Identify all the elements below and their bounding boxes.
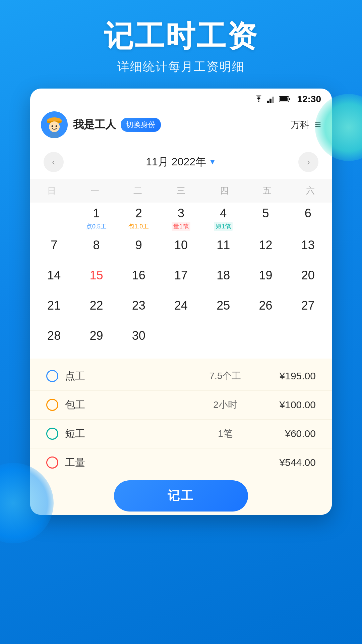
calendar-day-cell[interactable]: 19	[244, 265, 287, 295]
weekday-thu: 四	[202, 182, 246, 199]
calendar-day-cell[interactable]: 16	[118, 265, 160, 295]
calendar-day-number: 25	[217, 298, 230, 313]
calendar-day-cell: 0	[160, 325, 202, 355]
calendar-day-number: 24	[174, 298, 188, 313]
summary-price: ¥100.00	[262, 399, 316, 411]
calendar-day-cell[interactable]: 7	[33, 234, 75, 265]
calendar-day-number: 12	[259, 238, 273, 252]
calendar-day-cell[interactable]: 14	[33, 265, 75, 295]
calendar-day-number: 29	[89, 328, 103, 343]
weekday-fri: 五	[246, 182, 289, 199]
status-time: 12:30	[297, 94, 321, 105]
weekday-tue: 二	[116, 182, 160, 199]
calendar-day-number: 0	[305, 328, 311, 343]
summary-circle-icon	[46, 370, 58, 382]
calendar-day-cell[interactable]: 30	[118, 325, 160, 355]
calendar-day-number: 22	[89, 298, 103, 313]
calendar-day-cell[interactable]: 29	[75, 325, 117, 355]
summary-amount: 1笔	[188, 427, 262, 440]
calendar-day-number: 18	[217, 268, 230, 282]
username-label: 我是工人	[73, 117, 116, 132]
card-wrapper: 12:30	[0, 89, 362, 515]
summary-type-label: 工量	[65, 456, 262, 470]
hero-section: 记工时工资 详细统计每月工资明细	[0, 0, 362, 89]
calendar-day-cell[interactable]: 11	[202, 234, 244, 265]
calendar-day-cell[interactable]: 10	[160, 234, 202, 265]
calendar-day-cell[interactable]: 28	[33, 325, 75, 355]
prev-month-button[interactable]: ‹	[44, 152, 64, 172]
calendar-day-number: 1	[93, 206, 100, 220]
calendar-day-cell[interactable]: 27	[287, 295, 329, 325]
svg-rect-5	[289, 98, 290, 100]
record-button-row: 记工	[30, 480, 332, 515]
svg-rect-2	[272, 97, 274, 103]
hero-subtitle: 详细统计每月工资明细	[0, 59, 362, 75]
calendar-day-cell[interactable]: 24	[160, 295, 202, 325]
summary-price: ¥60.00	[262, 428, 316, 439]
calendar-day-number: 5	[262, 206, 269, 220]
calendar-day-cell[interactable]: 22	[75, 295, 117, 325]
calendar-day-cell[interactable]: 2包1.0工	[118, 203, 160, 234]
summary-total-price: ¥544.00	[262, 457, 316, 468]
calendar-day-number: 16	[132, 268, 145, 282]
status-bar: 12:30	[30, 89, 332, 107]
calendar-day-cell[interactable]: 3量1笔	[160, 203, 202, 234]
summary-type-label: 包工	[65, 398, 188, 412]
calendar-day-cell[interactable]: 4短1笔	[202, 203, 244, 234]
summary-row-last: 工量¥544.00	[30, 448, 332, 477]
record-work-button[interactable]: 记工	[114, 480, 248, 512]
next-arrow-icon: ›	[307, 157, 310, 167]
summary-amount: 2小时	[188, 398, 262, 411]
calendar-day-cell[interactable]: 15	[75, 265, 117, 295]
header-user-info: 我是工人 切换身份	[73, 117, 291, 132]
calendar-day-cell[interactable]: 6	[287, 203, 329, 234]
calendar-day-number: 11	[217, 238, 230, 252]
calendar-day-cell[interactable]: 25	[202, 295, 244, 325]
weekday-mon: 一	[73, 182, 117, 199]
calendar-day-number: 10	[174, 238, 188, 252]
calendar-grid: 01点0.5工2包1.0工3量1笔4短1笔5678910111213141516…	[30, 203, 332, 355]
summary-circle-icon	[46, 457, 58, 469]
calendar-day-number: 15	[89, 268, 103, 282]
svg-rect-0	[267, 101, 269, 103]
summary-circle-icon	[46, 399, 58, 411]
summary-amount: 7.5个工	[188, 370, 262, 382]
calendar-day-number: 4	[220, 206, 227, 220]
signal-icon	[267, 95, 276, 103]
calendar-day-cell[interactable]: 17	[160, 265, 202, 295]
calendar-day-cell[interactable]: 23	[118, 295, 160, 325]
app-header: 我是工人 切换身份 万科 ≡	[30, 107, 332, 145]
calendar-day-tag: 短1笔	[214, 222, 233, 231]
switch-identity-badge[interactable]: 切换身份	[121, 118, 161, 132]
calendar-day-number: 14	[47, 268, 61, 282]
calendar-day-cell[interactable]: 1点0.5工	[75, 203, 117, 234]
calendar-day-cell[interactable]: 9	[118, 234, 160, 265]
next-month-button[interactable]: ›	[298, 152, 318, 172]
calendar-day-cell[interactable]: 13	[287, 234, 329, 265]
calendar-day-cell[interactable]: 8	[75, 234, 117, 265]
calendar-day-number: 21	[47, 298, 61, 313]
calendar-nav: ‹ 11月 2022年 ▼ ›	[30, 145, 332, 179]
calendar-day-number: 13	[301, 238, 315, 252]
calendar-day-number: 27	[301, 298, 315, 313]
calendar-day-number: 6	[305, 206, 311, 220]
user-avatar	[41, 111, 68, 138]
calendar-day-cell: 0	[287, 325, 329, 355]
summary-row: 包工2小时¥100.00	[30, 391, 332, 420]
calendar-day-number: 23	[132, 298, 145, 313]
calendar-day-number: 28	[47, 328, 61, 343]
hero-title: 记工时工资	[0, 20, 362, 53]
calendar-day-cell: 0	[33, 203, 75, 234]
calendar-day-cell[interactable]: 20	[287, 265, 329, 295]
calendar-day-number: 0	[262, 328, 269, 343]
calendar-day-cell[interactable]: 21	[33, 295, 75, 325]
battery-icon	[279, 95, 291, 103]
calendar-day-cell[interactable]: 18	[202, 265, 244, 295]
calendar-dropdown-icon: ▼	[209, 158, 216, 166]
calendar-day-cell[interactable]: 5	[244, 203, 287, 234]
status-icons	[253, 95, 291, 103]
month-year-display[interactable]: 11月 2022年 ▼	[146, 155, 216, 169]
calendar-day-number: 0	[178, 328, 184, 343]
calendar-day-cell[interactable]: 26	[244, 295, 287, 325]
calendar-day-cell[interactable]: 12	[244, 234, 287, 265]
